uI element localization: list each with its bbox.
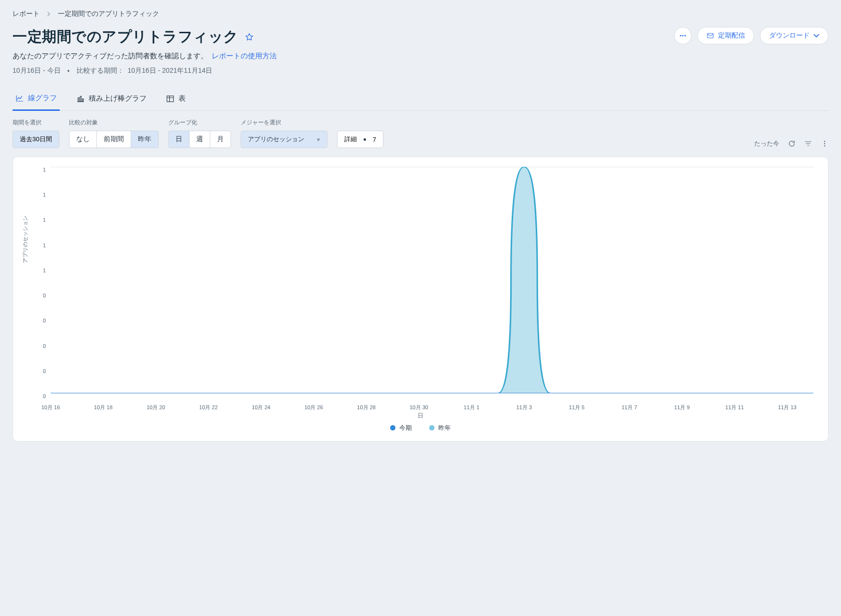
compare-prev[interactable]: 前期間: [97, 131, 131, 148]
legend-current: 今期: [390, 424, 412, 432]
x-tick: 11月 11: [725, 404, 744, 411]
breadcrumb-current: 一定期間でのアプリトラフィック: [58, 10, 159, 18]
group-segmented: 日 週 月: [168, 131, 231, 148]
caret-down-icon: ▾: [317, 136, 320, 143]
legend-prev: 昨年: [429, 424, 451, 432]
tab-stacked-bar[interactable]: 積み上げ棒グラフ: [73, 89, 149, 110]
y-tick: 1: [23, 242, 46, 248]
x-tick: 11月 1: [464, 404, 479, 411]
x-tick: 10月 30: [409, 404, 428, 411]
compare-segmented: なし 前期間 昨年: [69, 131, 159, 148]
group-week[interactable]: 週: [190, 131, 210, 148]
group-day[interactable]: 日: [168, 131, 190, 148]
x-axis-title: 日: [23, 412, 818, 420]
svg-point-8: [824, 141, 825, 142]
y-tick: 1: [23, 217, 46, 223]
y-tick: 0: [23, 368, 46, 374]
line-chart-icon: [15, 94, 24, 103]
refresh-button[interactable]: [788, 140, 796, 147]
compare-last-year[interactable]: 昨年: [131, 131, 159, 148]
chart-type-tabs: 線グラフ 積み上げ棒グラフ 表: [13, 89, 828, 111]
more-actions-button[interactable]: [674, 27, 692, 44]
x-tick: 10月 18: [94, 404, 113, 411]
svg-point-2: [684, 35, 685, 36]
measure-label: メジャーを選択: [241, 119, 327, 127]
compare-label: 比較の対象: [69, 119, 159, 127]
compare-none[interactable]: なし: [69, 131, 97, 148]
svg-rect-6: [82, 99, 83, 101]
page-title: 一定期間でのアプリトラフィック: [13, 27, 239, 47]
y-tick: 1: [23, 167, 46, 173]
stacked-bar-icon: [76, 94, 85, 103]
breadcrumb-root[interactable]: レポート: [13, 10, 40, 18]
y-tick: 0: [23, 393, 46, 399]
page-subtitle: あなたのアプリでアクティブだった訪問者数を確認します。 レポートの使用方法: [13, 52, 277, 61]
measure-selector[interactable]: アプリのセッション ▾: [241, 131, 327, 148]
svg-rect-7: [167, 96, 174, 102]
x-tick: 10月 20: [147, 404, 165, 411]
x-tick: 10月 22: [199, 404, 218, 411]
group-label: グループ化: [168, 119, 231, 127]
detail-button[interactable]: 詳細7: [337, 131, 383, 148]
date-range: 10月16日 - 今日: [13, 67, 61, 75]
tab-line-chart[interactable]: 線グラフ: [13, 89, 60, 111]
svg-point-1: [682, 35, 683, 36]
download-button[interactable]: ダウンロード: [760, 27, 828, 44]
download-label: ダウンロード: [769, 31, 810, 40]
x-tick: 11月 7: [622, 404, 637, 411]
x-tick: 11月 5: [569, 404, 584, 411]
chevron-down-icon: [814, 33, 819, 39]
y-tick: 1: [23, 268, 46, 273]
help-link[interactable]: レポートの使用方法: [212, 52, 277, 60]
x-tick: 10月 26: [304, 404, 323, 411]
y-tick: 0: [23, 343, 46, 349]
x-tick: 11月 9: [674, 404, 690, 411]
y-tick: 0: [23, 293, 46, 298]
svg-rect-5: [80, 96, 81, 101]
compare-range: 10月16日 - 2021年11月14日: [128, 67, 213, 75]
table-icon: [166, 94, 175, 103]
x-tick: 10月 24: [252, 404, 271, 411]
schedule-label: 定期配信: [718, 31, 745, 40]
x-tick: 11月 13: [778, 404, 797, 411]
y-tick: 1: [23, 192, 46, 198]
x-tick: 10月 28: [357, 404, 376, 411]
breadcrumb: レポート 一定期間でのアプリトラフィック: [13, 10, 828, 18]
x-tick: 10月 16: [41, 404, 60, 411]
x-tick: 11月 3: [516, 404, 532, 411]
chart-area: アプリのセッション 1111100000 10月 1610月 1810月 201…: [23, 164, 818, 410]
favorite-button[interactable]: [244, 32, 254, 42]
chart-legend: 今期 昨年: [23, 424, 818, 432]
y-tick: 0: [23, 318, 46, 323]
svg-point-0: [680, 35, 681, 36]
kebab-button[interactable]: [821, 140, 828, 147]
group-month[interactable]: 月: [210, 131, 231, 148]
svg-rect-4: [78, 97, 79, 101]
tab-table[interactable]: 表: [163, 89, 189, 110]
period-label: 期間を選択: [13, 119, 59, 127]
svg-point-9: [824, 143, 825, 144]
last-updated: たった今: [754, 139, 779, 148]
date-range-line: 10月16日 - 今日 比較する期間： 10月16日 - 2021年11月14日: [13, 67, 277, 75]
chevron-right-icon: [46, 10, 51, 18]
chart-card: アプリのセッション 1111100000 10月 1610月 1810月 201…: [13, 157, 828, 442]
svg-rect-3: [707, 33, 713, 38]
schedule-button[interactable]: 定期配信: [697, 27, 754, 44]
period-selector[interactable]: 過去30日間: [13, 131, 59, 148]
filter-button[interactable]: [804, 140, 812, 147]
compare-label: 比較する期間：: [77, 67, 124, 75]
svg-point-10: [824, 145, 825, 146]
plot: [51, 167, 814, 393]
